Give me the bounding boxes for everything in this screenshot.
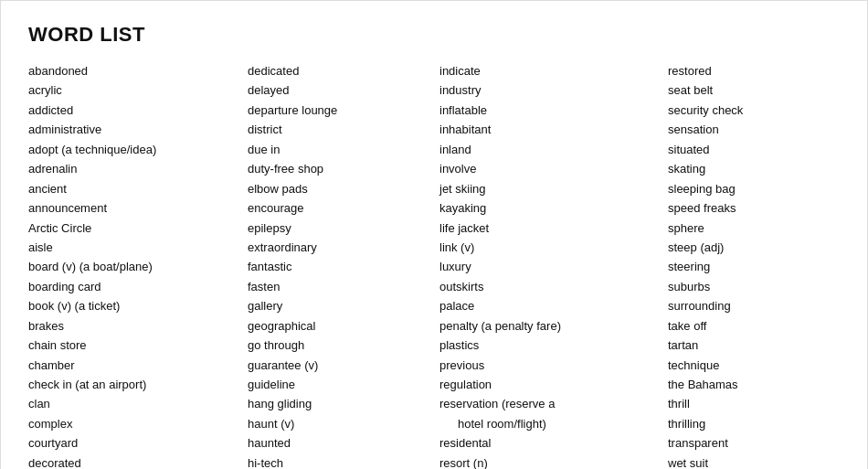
- list-item: fasten: [248, 277, 430, 296]
- list-item: book (v) (a ticket): [28, 296, 238, 315]
- list-item: sphere: [668, 219, 851, 238]
- list-item: go through: [248, 336, 430, 355]
- list-item: restored: [668, 61, 851, 80]
- list-item: residental: [439, 433, 659, 453]
- list-item: the Bahamas: [668, 375, 851, 394]
- list-item: duty-free shop: [248, 159, 430, 178]
- list-item: gallery: [248, 296, 430, 315]
- list-item: penalty (a penalty fare): [439, 316, 659, 336]
- list-item: sleeping bag: [668, 179, 851, 198]
- list-item: inhabitant: [439, 120, 659, 139]
- list-item: thrilling: [668, 414, 851, 433]
- list-item: chamber: [28, 356, 238, 375]
- list-item: inflatable: [439, 101, 659, 120]
- list-item: due in: [248, 140, 430, 159]
- list-item: geographical: [248, 316, 430, 336]
- page-title: WORD LIST: [28, 23, 840, 47]
- list-item: outskirts: [439, 277, 659, 296]
- list-item: link (v): [439, 238, 659, 257]
- list-item: skating: [668, 159, 851, 178]
- list-item: departure lounge: [248, 101, 430, 120]
- list-item: addicted: [28, 101, 238, 120]
- list-item: hotel room/flight): [439, 414, 659, 433]
- list-item: life jacket: [439, 219, 659, 238]
- list-item: transparent: [668, 433, 851, 453]
- list-item: suburbs: [668, 277, 851, 296]
- list-item: chain store: [28, 336, 238, 355]
- list-item: resort (n): [439, 453, 659, 469]
- column-1: abandonedacrylicaddictedadministrativead…: [28, 61, 238, 469]
- list-item: clan: [28, 394, 238, 413]
- list-item: steep (adj): [668, 238, 851, 257]
- list-item: boarding card: [28, 277, 238, 296]
- list-item: surrounding: [668, 296, 851, 315]
- list-item: seat belt: [668, 80, 851, 100]
- list-item: haunted: [248, 433, 430, 453]
- list-item: situated: [668, 140, 851, 159]
- list-item: plastics: [439, 336, 659, 355]
- list-item: brakes: [28, 316, 238, 336]
- list-item: board (v) (a boat/plane): [28, 257, 238, 276]
- list-item: steering: [668, 257, 851, 276]
- list-item: courtyard: [28, 433, 238, 453]
- list-item: kayaking: [439, 198, 659, 218]
- list-item: reservation (reserve a: [439, 394, 659, 413]
- list-item: hang gliding: [248, 394, 430, 413]
- list-item: speed freaks: [668, 198, 851, 218]
- list-item: indicate: [439, 61, 659, 80]
- list-item: take off: [668, 316, 851, 336]
- list-item: adrenalin: [28, 159, 238, 178]
- list-item: tartan: [668, 336, 851, 355]
- column-3: indicateindustryinflatableinhabitantinla…: [439, 61, 659, 469]
- list-item: wet suit: [668, 453, 851, 469]
- list-item: inland: [439, 140, 659, 159]
- list-item: thrill: [668, 394, 851, 413]
- page: WORD LIST abandonedacrylicaddictedadmini…: [0, 0, 868, 469]
- list-item: hi-tech: [248, 453, 430, 469]
- list-item: administrative: [28, 120, 238, 139]
- list-item: adopt (a technique/idea): [28, 140, 238, 159]
- list-item: luxury: [439, 257, 659, 276]
- list-item: previous: [439, 356, 659, 375]
- list-item: ancient: [28, 179, 238, 198]
- list-item: delayed: [248, 80, 430, 100]
- list-item: Arctic Circle: [28, 219, 238, 238]
- column-2: dedicateddelayeddeparture loungedistrict…: [248, 61, 430, 469]
- list-item: dedicated: [248, 61, 430, 80]
- list-item: decorated: [28, 453, 238, 469]
- list-item: complex: [28, 414, 238, 433]
- column-4: restoredseat beltsecurity checksensation…: [668, 61, 851, 469]
- list-item: haunt (v): [248, 414, 430, 433]
- list-item: industry: [439, 80, 659, 100]
- list-item: regulation: [439, 375, 659, 394]
- list-item: technique: [668, 356, 851, 375]
- list-item: encourage: [248, 198, 430, 218]
- list-item: elbow pads: [248, 179, 430, 198]
- list-item: jet skiing: [439, 179, 659, 198]
- list-item: aisle: [28, 238, 238, 257]
- word-grid: abandonedacrylicaddictedadministrativead…: [28, 61, 840, 469]
- list-item: guarantee (v): [248, 356, 430, 375]
- list-item: guideline: [248, 375, 430, 394]
- list-item: sensation: [668, 120, 851, 139]
- list-item: security check: [668, 101, 851, 120]
- list-item: fantastic: [248, 257, 430, 276]
- list-item: check in (at an airport): [28, 375, 238, 394]
- list-item: extraordinary: [248, 238, 430, 257]
- list-item: district: [248, 120, 430, 139]
- list-item: abandoned: [28, 61, 238, 80]
- list-item: acrylic: [28, 80, 238, 100]
- list-item: epilepsy: [248, 219, 430, 238]
- list-item: palace: [439, 296, 659, 315]
- list-item: announcement: [28, 198, 238, 218]
- list-item: involve: [439, 159, 659, 178]
